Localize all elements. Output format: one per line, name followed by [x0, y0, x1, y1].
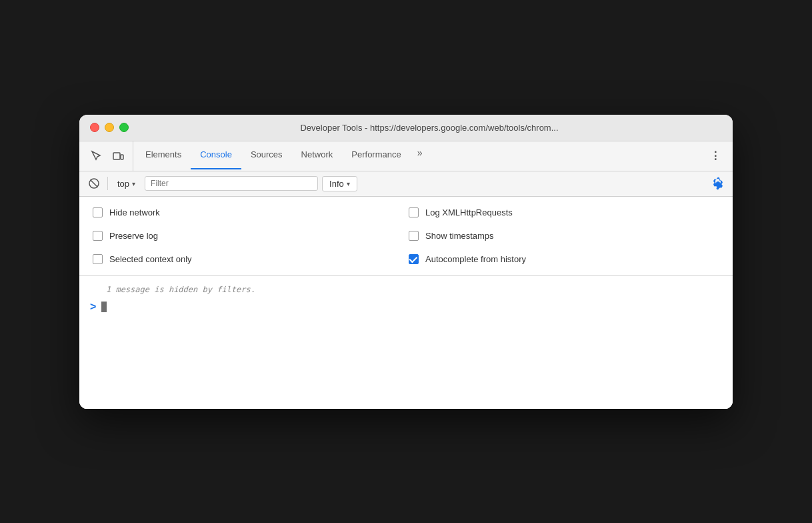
tab-sources[interactable]: Sources	[241, 142, 292, 169]
preserve-log-label: Preserve log	[109, 231, 158, 241]
context-selector[interactable]: top ▾	[112, 177, 141, 191]
level-dropdown-arrow: ▾	[347, 180, 350, 187]
console-cursor	[101, 302, 107, 312]
option-show-timestamps[interactable]: Show timestamps	[406, 225, 722, 246]
console-settings-button[interactable]	[709, 174, 727, 193]
close-button[interactable]	[90, 123, 99, 132]
show-timestamps-checkbox[interactable]	[409, 231, 419, 241]
tab-icons	[85, 141, 133, 171]
tabs-list: Elements Console Sources Network Perform…	[136, 142, 429, 169]
minimize-button[interactable]	[105, 123, 114, 132]
options-panel: Hide network Log XMLHttpRequests Preserv…	[79, 197, 733, 276]
option-hide-network[interactable]: Hide network	[90, 202, 406, 223]
hide-network-label: Hide network	[109, 207, 160, 217]
window-title: Developer Tools - https://developers.goo…	[137, 123, 722, 133]
show-timestamps-label: Show timestamps	[425, 231, 494, 241]
hidden-message: 1 message is hidden by filters.	[79, 281, 733, 298]
tab-performance[interactable]: Performance	[342, 142, 410, 169]
device-toggle-icon[interactable]	[109, 147, 127, 165]
tab-network[interactable]: Network	[292, 142, 343, 169]
context-dropdown-arrow: ▾	[132, 180, 135, 187]
tabs-bar: Elements Console Sources Network Perform…	[79, 141, 733, 171]
console-toolbar: top ▾ Info ▾	[79, 171, 733, 197]
maximize-button[interactable]	[119, 123, 129, 132]
option-log-xmlhttp[interactable]: Log XMLHttpRequests	[406, 202, 722, 223]
preserve-log-checkbox[interactable]	[93, 231, 103, 241]
traffic-lights	[90, 123, 129, 132]
filter-input[interactable]	[145, 176, 318, 191]
devtools-menu-button[interactable]: ⋮	[703, 144, 727, 167]
inspect-icon[interactable]	[87, 147, 106, 165]
log-xmlhttp-checkbox[interactable]	[409, 207, 419, 217]
console-output: 1 message is hidden by filters. >	[79, 276, 733, 409]
console-prompt-row[interactable]: >	[79, 298, 733, 316]
context-label: top	[117, 179, 129, 189]
devtools-content: Elements Console Sources Network Perform…	[79, 141, 733, 409]
tab-elements[interactable]: Elements	[136, 142, 191, 169]
level-selector[interactable]: Info ▾	[322, 176, 357, 191]
toolbar-divider-1	[107, 177, 108, 190]
option-preserve-log[interactable]: Preserve log	[90, 225, 406, 246]
selected-context-label: Selected context only	[109, 254, 192, 264]
selected-context-checkbox[interactable]	[93, 254, 103, 264]
clear-console-button[interactable]	[85, 174, 103, 193]
tab-console[interactable]: Console	[191, 142, 241, 169]
more-tabs-button[interactable]: »	[411, 142, 429, 169]
svg-line-3	[91, 180, 98, 187]
level-label: Info	[329, 179, 344, 189]
titlebar: Developer Tools - https://developers.goo…	[79, 115, 733, 141]
devtools-window: Developer Tools - https://developers.goo…	[79, 115, 733, 409]
log-xmlhttp-label: Log XMLHttpRequests	[425, 207, 513, 217]
option-selected-context[interactable]: Selected context only	[90, 249, 406, 270]
autocomplete-history-label: Autocomplete from history	[425, 254, 526, 264]
hide-network-checkbox[interactable]	[93, 207, 103, 217]
prompt-arrow-icon: >	[90, 301, 96, 313]
autocomplete-history-checkbox[interactable]	[409, 254, 419, 264]
option-autocomplete-history[interactable]: Autocomplete from history	[406, 249, 722, 270]
svg-rect-1	[121, 155, 123, 159]
svg-rect-0	[113, 153, 120, 159]
